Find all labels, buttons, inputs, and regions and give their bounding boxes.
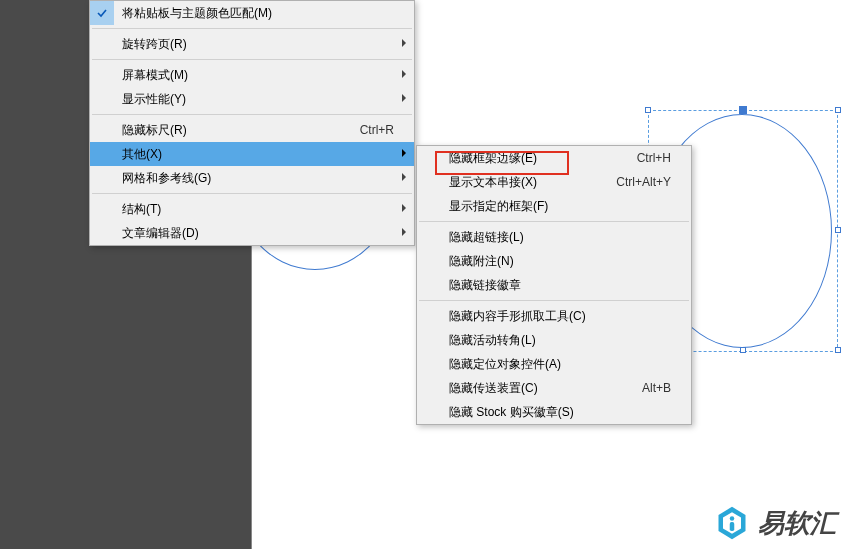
main-menu-item-7[interactable]: 隐藏标尺(R)Ctrl+R <box>90 118 414 142</box>
handle-mr[interactable] <box>835 227 841 233</box>
sub-menu-item-11[interactable]: 隐藏传送装置(C)Alt+B <box>417 376 691 400</box>
main-menu-item-12[interactable]: 文章编辑器(D) <box>90 221 414 245</box>
handle-tr[interactable] <box>835 107 841 113</box>
submenu-other: 隐藏框架边缘(E)Ctrl+H显示文本串接(X)Ctrl+Alt+Y显示指定的框… <box>416 145 692 425</box>
menu-item-label: 隐藏附注(N) <box>449 253 671 270</box>
chevron-right-icon <box>402 204 406 212</box>
chevron-right-icon <box>402 70 406 78</box>
menu-item-label: 屏幕模式(M) <box>122 67 394 84</box>
main-menu-item-11[interactable]: 结构(T) <box>90 197 414 221</box>
highlight-annotation <box>435 151 569 175</box>
sub-menu-item-10[interactable]: 隐藏定位对象控件(A) <box>417 352 691 376</box>
chevron-right-icon <box>402 228 406 236</box>
menu-item-shortcut: Alt+B <box>642 381 671 395</box>
main-menu-item-4[interactable]: 屏幕模式(M) <box>90 63 414 87</box>
sub-menu-item-9[interactable]: 隐藏活动转角(L) <box>417 328 691 352</box>
menu-item-label: 隐藏 Stock 购买徽章(S) <box>449 404 671 421</box>
main-menu-separator <box>92 28 412 29</box>
sub-menu-item-12[interactable]: 隐藏 Stock 购买徽章(S) <box>417 400 691 424</box>
main-menu-item-9[interactable]: 网格和参考线(G) <box>90 166 414 190</box>
main-menu-item-5[interactable]: 显示性能(Y) <box>90 87 414 111</box>
menu-item-label: 显示文本串接(X) <box>449 174 616 191</box>
main-menu-separator <box>92 114 412 115</box>
menu-item-label: 隐藏超链接(L) <box>449 229 671 246</box>
chevron-right-icon <box>402 39 406 47</box>
menu-item-label: 显示性能(Y) <box>122 91 394 108</box>
sub-menu-item-8[interactable]: 隐藏内容手形抓取工具(C) <box>417 304 691 328</box>
menu-item-label: 显示指定的框架(F) <box>449 198 671 215</box>
menu-item-label: 隐藏内容手形抓取工具(C) <box>449 308 671 325</box>
main-menu-separator <box>92 193 412 194</box>
main-menu-separator <box>92 59 412 60</box>
chevron-right-icon <box>402 149 406 157</box>
main-menu-item-8[interactable]: 其他(X) <box>90 142 414 166</box>
menu-item-label: 其他(X) <box>122 146 394 163</box>
handle-tm[interactable] <box>739 106 747 114</box>
menu-item-label: 隐藏链接徽章 <box>449 277 671 294</box>
menu-item-shortcut: Ctrl+Alt+Y <box>616 175 671 189</box>
sub-menu-separator <box>419 300 689 301</box>
sub-menu-separator <box>419 221 689 222</box>
main-menu-item-2[interactable]: 旋转跨页(R) <box>90 32 414 56</box>
menu-item-label: 隐藏定位对象控件(A) <box>449 356 671 373</box>
chevron-right-icon <box>402 173 406 181</box>
handle-bm[interactable] <box>740 347 746 353</box>
handle-tl[interactable] <box>645 107 651 113</box>
watermark: 易软汇 <box>714 505 836 541</box>
context-menu-main: 将粘贴板与主题颜色匹配(M)旋转跨页(R)屏幕模式(M)显示性能(Y)隐藏标尺(… <box>89 0 415 246</box>
handle-br[interactable] <box>835 347 841 353</box>
sub-menu-item-4[interactable]: 隐藏超链接(L) <box>417 225 691 249</box>
check-icon <box>90 1 114 25</box>
menu-item-shortcut: Ctrl+R <box>360 123 394 137</box>
menu-item-label: 网格和参考线(G) <box>122 170 394 187</box>
menu-item-label: 结构(T) <box>122 201 394 218</box>
menu-item-label: 将粘贴板与主题颜色匹配(M) <box>122 5 394 22</box>
sub-menu-item-5[interactable]: 隐藏附注(N) <box>417 249 691 273</box>
menu-item-label: 隐藏传送装置(C) <box>449 380 642 397</box>
svg-rect-1 <box>730 522 735 531</box>
sub-menu-item-2[interactable]: 显示指定的框架(F) <box>417 194 691 218</box>
menu-item-shortcut: Ctrl+H <box>637 151 671 165</box>
main-menu-item-0[interactable]: 将粘贴板与主题颜色匹配(M) <box>90 1 414 25</box>
menu-item-label: 隐藏标尺(R) <box>122 122 360 139</box>
menu-item-label: 文章编辑器(D) <box>122 225 394 242</box>
watermark-text: 易软汇 <box>758 506 836 541</box>
svg-point-0 <box>730 516 735 521</box>
chevron-right-icon <box>402 94 406 102</box>
menu-item-label: 隐藏活动转角(L) <box>449 332 671 349</box>
watermark-icon <box>714 505 750 541</box>
menu-item-label: 旋转跨页(R) <box>122 36 394 53</box>
sub-menu-item-6[interactable]: 隐藏链接徽章 <box>417 273 691 297</box>
